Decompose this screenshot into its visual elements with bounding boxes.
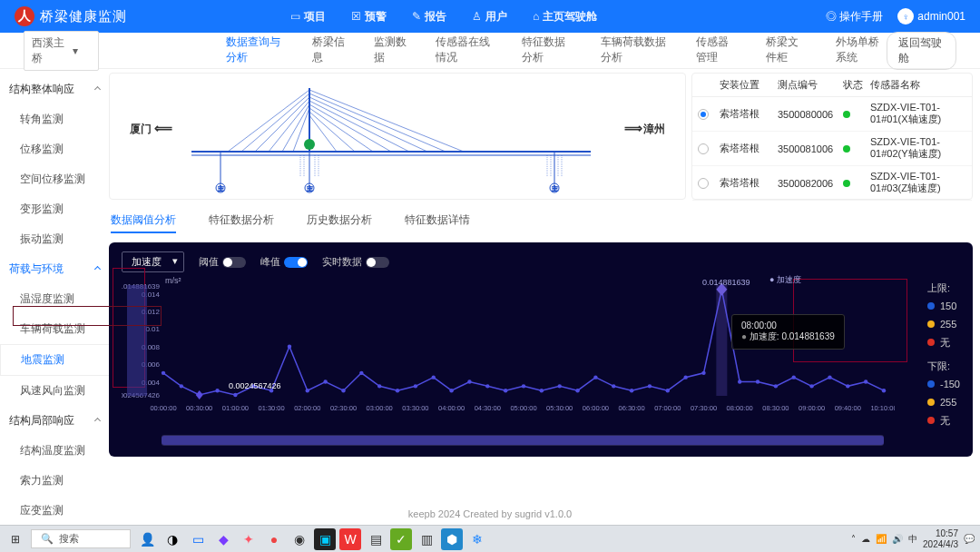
sidebar-item[interactable]: 位移监测	[0, 134, 109, 164]
app-icon[interactable]: ▭	[187, 528, 209, 550]
svg-point-80	[449, 389, 453, 392]
toggle-realtime[interactable]	[366, 257, 389, 268]
nav-alert[interactable]: ☒ 预警	[351, 9, 387, 25]
row-radio[interactable]	[698, 143, 709, 154]
tray-lang[interactable]: 中	[908, 533, 917, 546]
app-icon[interactable]: W	[339, 528, 361, 550]
app-icon[interactable]: ◆	[212, 528, 234, 550]
app-icon[interactable]: ▤	[365, 528, 387, 550]
svg-point-78	[414, 384, 417, 388]
app-icon[interactable]: ✓	[390, 528, 412, 550]
svg-point-76	[377, 384, 381, 388]
svg-point-85	[540, 389, 544, 392]
manual-link[interactable]: ◎ 操作手册	[826, 9, 883, 25]
app-icon[interactable]: ▣	[314, 528, 336, 550]
svg-point-99	[792, 375, 796, 379]
tray-icon[interactable]: 🔊	[892, 534, 903, 544]
table-row[interactable]: 索塔塔根3500080006 SZDX-VIE-T01-01#01(X轴速度)	[692, 97, 972, 132]
svg-text:主: 主	[307, 185, 313, 192]
col-status: 状态	[843, 78, 868, 92]
brand: 人 桥梁健康监测	[15, 6, 127, 26]
sidebar-item[interactable]: 温湿度监测	[0, 284, 109, 314]
svg-point-88	[593, 375, 597, 379]
sidebar-item[interactable]: 转角监测	[0, 104, 109, 134]
app-icon[interactable]: ▥	[416, 528, 437, 550]
sidebar-item[interactable]: 空间位移监测	[0, 164, 109, 194]
svg-text:06:30:00: 06:30:00	[618, 404, 644, 412]
svg-point-84	[522, 384, 525, 388]
sidebar-item[interactable]: 索力监测	[0, 466, 109, 496]
app-icon[interactable]: ●	[263, 528, 285, 550]
ctab-detail[interactable]: 特征数据详情	[405, 209, 470, 233]
ctab-history[interactable]: 历史数据分析	[307, 209, 372, 233]
side-group-env[interactable]: 荷载与环境	[0, 254, 109, 284]
legend-limits: 上限: 150 255 无 下限: -150 255 无	[927, 279, 960, 429]
svg-text:03:30:00: 03:30:00	[402, 404, 428, 412]
ctab-threshold[interactable]: 数据阈值分析	[111, 209, 176, 233]
app-icon[interactable]: ❄	[466, 528, 488, 550]
svg-line-9	[309, 90, 464, 152]
chart-area[interactable]: m/s² 0.00245674260.0040.0060.0080.010.01…	[122, 280, 895, 416]
sidebar-item[interactable]: 应变监测	[0, 496, 109, 526]
app-icon[interactable]: 👤	[136, 528, 158, 550]
side-group-local[interactable]: 结构局部响应	[0, 406, 109, 436]
svg-text:05:30:00: 05:30:00	[546, 404, 573, 412]
nav-home[interactable]: ⌂ 主页驾驶舱	[533, 9, 597, 25]
svg-point-103	[864, 380, 867, 383]
svg-point-74	[341, 389, 345, 392]
start-button[interactable]: ⊞	[5, 529, 25, 549]
nav-user[interactable]: ♙ 用户	[472, 9, 507, 25]
sidebar-item[interactable]: 变形监测	[0, 194, 109, 224]
tray-icon[interactable]: ˄	[851, 534, 856, 544]
table-row[interactable]: 索塔塔根3500082006 SZDX-VIE-T01-01#03(Z轴速度)	[692, 166, 972, 201]
tray-icon[interactable]: 📶	[876, 534, 887, 544]
side-group-structure[interactable]: 结构整体响应	[0, 74, 109, 104]
toggle-peak[interactable]	[284, 257, 308, 268]
chart-tabs: 数据阈值分析 特征数据分析 历史数据分析 特征数据详情	[109, 203, 973, 239]
app-icon[interactable]: ◑	[162, 528, 183, 550]
svg-point-65	[180, 384, 183, 388]
series-select[interactable]: 加速度	[122, 251, 184, 272]
svg-line-11	[309, 97, 427, 152]
app-icon[interactable]: ⬢	[441, 528, 463, 550]
sidebar-item-selected[interactable]: 地震监测	[0, 344, 109, 376]
dir-right: ⟹ 漳州	[624, 121, 665, 137]
svg-point-72	[306, 389, 309, 392]
row-radio[interactable]	[698, 178, 709, 189]
status-dot	[843, 111, 850, 118]
chart-scroll[interactable]	[162, 435, 884, 446]
tray-icon[interactable]: ☁	[861, 534, 870, 544]
user-menu[interactable]: ♀ admin001	[897, 8, 965, 25]
chevron-down-icon: ▾	[73, 44, 78, 57]
svg-text:02:00:00: 02:00:00	[294, 404, 320, 412]
nav-project[interactable]: ▭ 项目	[290, 9, 326, 25]
svg-text:00:30:00: 00:30:00	[186, 404, 212, 412]
taskbar-search[interactable]: 🔍 搜索	[31, 529, 131, 548]
table-row[interactable]: 索塔塔根3500081006 SZDX-VIE-T01-01#02(Y轴速度)	[692, 132, 972, 166]
back-button[interactable]: 返回驾驶舱	[887, 32, 956, 70]
svg-point-77	[396, 389, 399, 392]
sidebar-item[interactable]: 振动监测	[0, 224, 109, 254]
svg-point-87	[575, 389, 579, 392]
chart-tooltip: 08:00:00 ● 加速度: 0.014881639	[731, 314, 845, 350]
row-radio[interactable]	[698, 109, 709, 120]
bridge-select[interactable]: 西溪主桥▾	[24, 31, 99, 71]
sidebar-item[interactable]: 车辆荷载监测	[0, 314, 109, 344]
sidebar-item[interactable]: 结构温度监测	[0, 436, 109, 466]
svg-line-3	[228, 90, 309, 152]
notification-icon[interactable]: 💬	[964, 534, 975, 544]
chart-card: 加速度 阈值 峰值 实时数据 m/s² 0.00245674260.0040.0…	[109, 242, 973, 457]
svg-point-68	[233, 393, 237, 397]
svg-point-83	[504, 389, 507, 392]
app-icon[interactable]: ✦	[238, 528, 260, 550]
ctab-feature[interactable]: 特征数据分析	[209, 209, 274, 233]
svg-text:主: 主	[218, 185, 224, 192]
nav-report[interactable]: ✎ 报告	[412, 9, 446, 25]
svg-point-98	[774, 384, 778, 388]
sidebar-item[interactable]: 风速风向监测	[0, 376, 109, 406]
toggle-threshold[interactable]	[222, 257, 246, 268]
svg-point-101	[828, 375, 831, 379]
chrome-icon[interactable]: ◉	[289, 528, 310, 550]
taskbar-clock[interactable]: 10:57 2024/4/3	[923, 528, 958, 550]
svg-point-100	[809, 384, 813, 388]
